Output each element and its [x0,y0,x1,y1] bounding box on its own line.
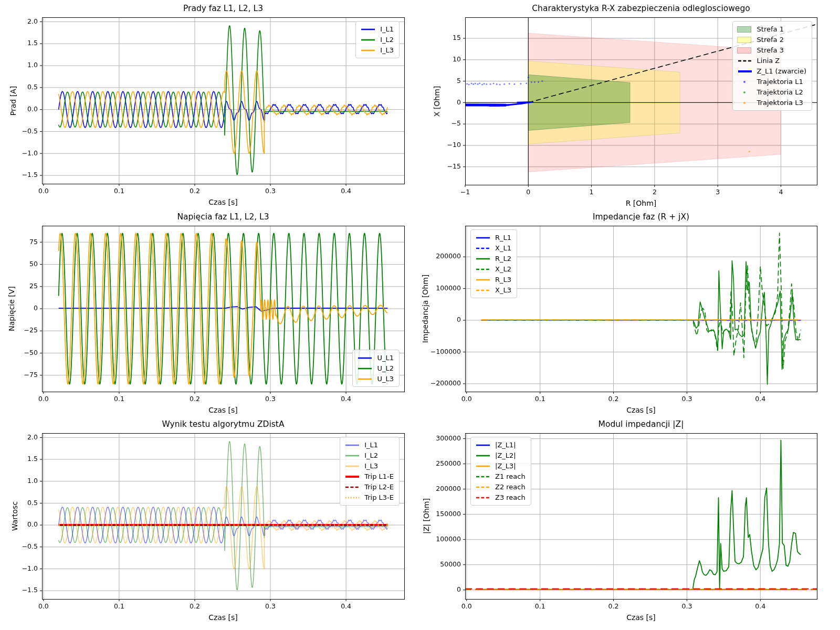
legend-swatch [344,473,360,480]
plot-rx-ylabel: X [Ohm] [433,86,441,117]
plot-wynik-legend: I_L1I_L2I_L3Trip L1-ETrip L2-ETrip L3-E [340,437,400,506]
legend-swatch [737,68,753,75]
legend-swatch [475,266,491,273]
plot-rx-legend: Strefa 1Strefa 2Strefa 3Linia ZZ_L1 (zwa… [732,21,812,111]
legend-item-i-l3: I_L3 [344,461,394,471]
plot-modul-xlabel: Czas [s] [626,613,656,622]
legend-item-trajektoria-l1: Trajektoria L1 [737,77,806,87]
legend-label: I_L3 [380,45,394,55]
legend-item-z-l1-zwarcie-: Z_L1 (zwarcie) [737,66,806,76]
plot-prady-legend: I_L1I_L2I_L3 [355,21,400,58]
legend-label: R_L1 [495,233,511,243]
plot-prady-xlabel: Czas [s] [208,198,238,206]
legend-swatch [475,452,491,459]
plot-wynik-xlabel: Czas [s] [208,613,238,622]
legend-label: Trip L1-E [364,471,394,481]
legend-label: U_L3 [377,374,394,384]
plot-modul-ylabel: |Z| [Ohm] [422,498,430,534]
legend-swatch [737,26,753,33]
legend-item-x-l2: X_L2 [475,264,511,274]
legend-item-u-l3: U_L3 [357,374,394,384]
legend-item-z1-reach: Z1 reach [475,471,526,481]
plot-napiecia-title: Napięcia faz L1, L2, L3 [177,212,269,222]
legend-item-i-l3: I_L3 [360,45,394,55]
legend-label: Trip L3-E [364,492,394,502]
legend-label: I_L1 [380,24,394,34]
legend-swatch [475,287,491,294]
legend-label: Z_L1 (zwarcie) [757,66,806,76]
legend-item-strefa-1: Strefa 1 [737,24,806,34]
legend-swatch [360,26,376,33]
legend-label: U_L2 [377,363,394,373]
legend-item-linia-z: Linia Z [737,56,806,66]
plot-prady-ylabel: Prad [A] [9,86,17,115]
legend-swatch [737,81,753,83]
legend-swatch [344,494,360,501]
legend-swatch [475,473,491,480]
plot-napiecia-xlabel: Czas [s] [208,406,238,414]
legend-label: Strefa 1 [757,24,784,34]
legend-label: Z3 reach [495,492,526,502]
legend-swatch [737,47,753,54]
legend-label: I_L2 [364,450,378,460]
legend-item--z-l3-: |Z_L3| [475,461,526,471]
legend-label: I_L1 [364,440,378,450]
legend-swatch [737,57,753,65]
plot-impedancje-xlabel: Czas [s] [626,406,656,414]
legend-label: Trajektoria L3 [757,98,803,108]
legend-item-i-l2: I_L2 [360,35,394,45]
legend-label: X_L3 [495,285,511,295]
legend-label: Linia Z [757,56,780,66]
legend-swatch [475,276,491,284]
plot-impedancje-ylabel: Impedancja [Ohm] [421,275,429,343]
plot-rx-xlabel: R [Ohm] [626,199,657,207]
legend-label: Strefa 2 [757,35,784,45]
legend-swatch [344,452,360,459]
legend-item-strefa-3: Strefa 3 [737,45,806,55]
legend-swatch [344,442,360,449]
legend-label: Z2 reach [495,482,526,492]
legend-label: I_L3 [364,461,378,471]
legend-item-x-l1: X_L1 [475,243,511,253]
legend-label: X_L1 [495,243,511,253]
legend-label: U_L1 [377,353,394,363]
legend-item--z-l1-: |Z_L1| [475,440,526,450]
plot-impedancje-legend: R_L1X_L1R_L2X_L2R_L3X_L3 [470,229,517,298]
plot-wynik-ylabel: Wartosc [10,501,19,531]
legend-swatch [737,37,753,43]
plot-napiecia-ylabel: Napięcie [V] [7,286,16,331]
legend-swatch [344,463,360,470]
legend-label: Trip L2-E [364,482,394,492]
legend-swatch [475,494,491,501]
legend-swatch [475,484,491,491]
legend-item-i-l1: I_L1 [344,440,394,450]
legend-swatch [475,442,491,449]
legend-label: R_L2 [495,254,511,264]
legend-item-trip-l3-e: Trip L3-E [344,492,394,502]
legend-item-z3-reach: Z3 reach [475,492,526,502]
legend-item-r-l1: R_L1 [475,233,511,243]
legend-label: |Z_L2| [495,450,516,460]
legend-swatch [357,375,373,383]
legend-item-r-l2: R_L2 [475,254,511,264]
legend-item-u-l2: U_L2 [357,363,394,373]
plot-rx-title: Charakterystyka R-X zabezpieczenia odleg… [532,4,750,13]
plot-prady-title: Prady faz L1, L2, L3 [183,4,263,13]
legend-label: Trajektoria L2 [757,87,803,97]
legend-item-trajektoria-l3: Trajektoria L3 [737,98,806,108]
legend-label: X_L2 [495,264,511,274]
legend-item-trip-l1-e: Trip L1-E [344,471,394,481]
legend-swatch [475,463,491,470]
legend-label: Strefa 3 [757,45,784,55]
plot-modul-title: Modul impedancji |Z| [598,419,684,429]
legend-item-r-l3: R_L3 [475,275,511,285]
legend-label: |Z_L1| [495,440,516,450]
legend-item-i-l2: I_L2 [344,450,394,460]
legend-item-u-l1: U_L1 [357,353,394,363]
legend-swatch [737,102,753,104]
legend-label: Trajektoria L1 [757,77,803,87]
legend-item--z-l2-: |Z_L2| [475,450,526,460]
plot-wynik-title: Wynik testu algorytmu ZDistA [162,419,285,429]
legend-item-z2-reach: Z2 reach [475,482,526,492]
legend-swatch [475,255,491,262]
